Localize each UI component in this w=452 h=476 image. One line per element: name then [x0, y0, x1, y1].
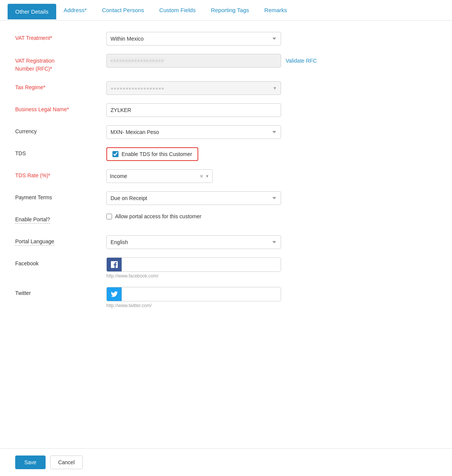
- tab-other-details[interactable]: Other Details: [8, 4, 56, 19]
- tab-custom-fields[interactable]: Custom Fields: [152, 0, 203, 20]
- portal-language-label-text: Portal Language: [15, 238, 54, 246]
- business-legal-name-control: [106, 103, 437, 117]
- twitter-input[interactable]: [122, 287, 281, 301]
- facebook-control: http://www.facebook.com/: [106, 257, 437, 279]
- facebook-label: Facebook: [15, 257, 106, 266]
- tax-regime-control: ●●●●●●●●●●●●●●●●●● ▼: [106, 81, 437, 95]
- portal-checkbox-label: Allow portal access for this customer: [115, 213, 201, 219]
- cancel-button[interactable]: Cancel: [50, 456, 83, 469]
- twitter-input-wrapper: [106, 287, 281, 301]
- twitter-icon: [107, 287, 122, 301]
- tds-checkbox-wrapper[interactable]: Enable TDS for this Customer: [106, 147, 198, 161]
- tax-regime-row: Tax Regime* ●●●●●●●●●●●●●●●●●● ▼: [15, 81, 437, 95]
- tds-rate-clear-button[interactable]: ✕: [199, 173, 204, 179]
- facebook-field-wrapper: http://www.facebook.com/: [106, 257, 281, 279]
- twitter-label: Twitter: [15, 287, 106, 296]
- tab-bar: Other Details Address* Contact Persons C…: [0, 0, 452, 20]
- facebook-icon: [107, 258, 122, 271]
- business-legal-name-row: Business Legal Name*: [15, 103, 437, 117]
- vat-treatment-label: VAT Treatment*: [15, 32, 106, 41]
- portal-checkbox-wrapper[interactable]: Allow portal access for this customer: [106, 213, 201, 219]
- tds-rate-row: TDS Rate (%)* Income ✕ ▼: [15, 169, 437, 183]
- vat-treatment-control: Within Mexico: [106, 32, 437, 46]
- business-legal-name-label: Business Legal Name*: [15, 103, 106, 112]
- facebook-hint: http://www.facebook.com/: [106, 273, 281, 279]
- tds-rate-label: TDS Rate (%)*: [15, 169, 106, 178]
- main-content: VAT Treatment* Within Mexico VAT Registr…: [0, 20, 452, 448]
- enable-portal-label-text: Enable Portal?: [15, 216, 50, 224]
- portal-language-control: English: [106, 235, 437, 249]
- tab-reporting-tags[interactable]: Reporting Tags: [203, 0, 257, 20]
- payment-terms-control: Due on Receipt: [106, 191, 437, 205]
- save-button[interactable]: Save: [15, 456, 46, 469]
- facebook-input-wrapper: [106, 257, 281, 272]
- vat-registration-row: VAT Registration Number (RFC)* Validate …: [15, 54, 437, 73]
- payment-terms-select[interactable]: Due on Receipt: [106, 191, 281, 205]
- currency-row: Currency MXN- Mexican Peso: [15, 125, 437, 139]
- vat-treatment-select[interactable]: Within Mexico: [106, 32, 281, 46]
- portal-language-select[interactable]: English: [106, 235, 281, 249]
- vat-treatment-row: VAT Treatment* Within Mexico: [15, 32, 437, 46]
- tds-rate-value: Income: [110, 173, 198, 179]
- portal-checkbox[interactable]: [106, 214, 112, 219]
- enable-portal-label: Enable Portal?: [15, 213, 106, 222]
- tds-checkbox-label: Enable TDS for this Customer: [122, 151, 192, 157]
- tds-checkbox[interactable]: [112, 151, 119, 157]
- validate-rfc-link[interactable]: Validate RFC: [286, 58, 317, 64]
- vat-registration-label: VAT Registration Number (RFC)*: [15, 54, 106, 73]
- tab-remarks[interactable]: Remarks: [257, 0, 295, 20]
- tds-rate-dropdown-icon: ▼: [205, 174, 209, 178]
- facebook-input[interactable]: [122, 258, 281, 271]
- twitter-hint: http://www.twitter.com/: [106, 303, 281, 308]
- tds-rate-control: Income ✕ ▼: [106, 169, 437, 183]
- tds-rate-select[interactable]: Income ✕ ▼: [106, 169, 213, 183]
- enable-portal-control: Allow portal access for this customer: [106, 213, 437, 219]
- tds-control: Enable TDS for this Customer: [106, 147, 437, 161]
- twitter-control: http://www.twitter.com/: [106, 287, 437, 308]
- currency-label: Currency: [15, 125, 106, 134]
- tab-address[interactable]: Address*: [56, 0, 95, 20]
- vat-registration-input[interactable]: [106, 54, 281, 68]
- vat-registration-control: Validate RFC: [106, 54, 437, 68]
- twitter-field-wrapper: http://www.twitter.com/: [106, 287, 281, 308]
- business-legal-name-input[interactable]: [106, 103, 281, 117]
- payment-terms-label: Payment Terms: [15, 191, 106, 200]
- twitter-row: Twitter http://www.twitter.com/: [15, 287, 437, 308]
- currency-select[interactable]: MXN- Mexican Peso: [106, 125, 281, 139]
- portal-language-label: Portal Language: [15, 235, 106, 244]
- tds-row: TDS Enable TDS for this Customer: [15, 147, 437, 161]
- tds-label: TDS: [15, 147, 106, 156]
- portal-language-row: Portal Language English: [15, 235, 437, 249]
- facebook-row: Facebook http://www.facebook.com/: [15, 257, 437, 279]
- tab-contact-persons[interactable]: Contact Persons: [94, 0, 152, 20]
- footer-bar: Save Cancel: [0, 448, 452, 476]
- payment-terms-row: Payment Terms Due on Receipt: [15, 191, 437, 205]
- enable-portal-row: Enable Portal? Allow portal access for t…: [15, 213, 437, 227]
- currency-control: MXN- Mexican Peso: [106, 125, 437, 139]
- tax-regime-label: Tax Regime*: [15, 81, 106, 90]
